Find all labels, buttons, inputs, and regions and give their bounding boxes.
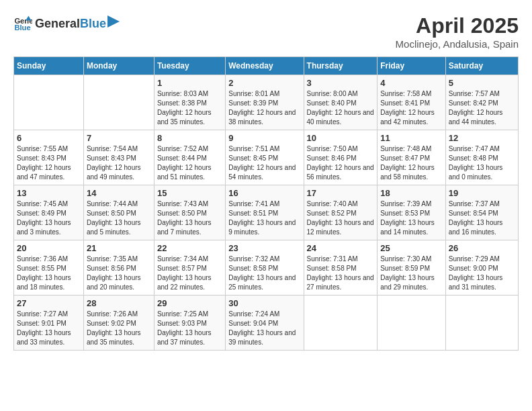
- day-number: 19: [449, 188, 515, 198]
- calendar-cell: 5Sunrise: 7:57 AMSunset: 8:42 PMDaylight…: [445, 75, 518, 130]
- calendar-cell: 17Sunrise: 7:40 AMSunset: 8:52 PMDayligh…: [304, 185, 378, 240]
- calendar-table: SundayMondayTuesdayWednesdayThursdayFrid…: [13, 56, 519, 351]
- calendar-cell: 9Sunrise: 7:51 AMSunset: 8:45 PMDaylight…: [226, 130, 304, 185]
- day-info: Sunrise: 8:00 AMSunset: 8:40 PMDaylight:…: [307, 89, 375, 127]
- calendar-cell: [83, 75, 154, 130]
- calendar-cell: 16Sunrise: 7:41 AMSunset: 8:51 PMDayligh…: [226, 185, 304, 240]
- day-info: Sunrise: 7:58 AMSunset: 8:41 PMDaylight:…: [380, 89, 443, 127]
- day-info: Sunrise: 7:54 AMSunset: 8:43 PMDaylight:…: [87, 144, 151, 182]
- day-info: Sunrise: 7:31 AMSunset: 8:58 PMDaylight:…: [307, 255, 375, 292]
- calendar-cell: 21Sunrise: 7:35 AMSunset: 8:56 PMDayligh…: [83, 240, 154, 295]
- day-info: Sunrise: 7:37 AMSunset: 8:54 PMDaylight:…: [449, 199, 515, 237]
- day-info: Sunrise: 7:52 AMSunset: 8:44 PMDaylight:…: [157, 144, 222, 182]
- calendar-cell: [445, 295, 518, 351]
- day-info: Sunrise: 7:35 AMSunset: 8:56 PMDaylight:…: [87, 255, 151, 292]
- day-info: Sunrise: 7:36 AMSunset: 8:55 PMDaylight:…: [17, 255, 81, 292]
- day-number: 27: [17, 298, 81, 308]
- header-friday: Friday: [378, 57, 446, 75]
- calendar-cell: 12Sunrise: 7:47 AMSunset: 8:48 PMDayligh…: [445, 130, 518, 185]
- day-info: Sunrise: 7:50 AMSunset: 8:46 PMDaylight:…: [307, 144, 375, 182]
- subtitle: Moclinejo, Andalusia, Spain: [396, 38, 519, 50]
- calendar-cell: 29Sunrise: 7:25 AMSunset: 9:03 PMDayligh…: [154, 295, 225, 351]
- calendar-week-row: 27Sunrise: 7:27 AMSunset: 9:01 PMDayligh…: [14, 295, 519, 351]
- day-info: Sunrise: 7:47 AMSunset: 8:48 PMDaylight:…: [449, 144, 515, 182]
- day-number: 22: [157, 243, 222, 253]
- calendar-cell: [304, 295, 378, 351]
- header-saturday: Saturday: [445, 57, 518, 75]
- calendar-cell: 18Sunrise: 7:39 AMSunset: 8:53 PMDayligh…: [378, 185, 446, 240]
- calendar-cell: [14, 75, 84, 130]
- day-number: 28: [87, 298, 151, 308]
- calendar-cell: 14Sunrise: 7:44 AMSunset: 8:50 PMDayligh…: [83, 185, 154, 240]
- day-info: Sunrise: 7:25 AMSunset: 9:03 PMDaylight:…: [157, 310, 222, 347]
- day-info: Sunrise: 7:29 AMSunset: 9:00 PMDaylight:…: [449, 255, 515, 292]
- calendar-cell: [378, 295, 446, 351]
- day-info: Sunrise: 8:03 AMSunset: 8:38 PMDaylight:…: [157, 89, 222, 127]
- day-number: 13: [17, 188, 81, 198]
- day-number: 10: [307, 133, 375, 143]
- day-info: Sunrise: 7:44 AMSunset: 8:50 PMDaylight:…: [87, 199, 151, 237]
- day-info: Sunrise: 7:39 AMSunset: 8:53 PMDaylight:…: [380, 199, 443, 237]
- day-info: Sunrise: 7:48 AMSunset: 8:47 PMDaylight:…: [380, 144, 443, 182]
- day-number: 17: [307, 188, 375, 198]
- calendar-cell: 4Sunrise: 7:58 AMSunset: 8:41 PMDaylight…: [378, 75, 446, 130]
- logo-text-blue: Blue: [80, 17, 106, 31]
- calendar-cell: 23Sunrise: 7:32 AMSunset: 8:58 PMDayligh…: [226, 240, 304, 295]
- calendar-cell: 11Sunrise: 7:48 AMSunset: 8:47 PMDayligh…: [378, 130, 446, 185]
- day-info: Sunrise: 7:27 AMSunset: 9:01 PMDaylight:…: [17, 310, 81, 347]
- calendar-cell: 22Sunrise: 7:34 AMSunset: 8:57 PMDayligh…: [154, 240, 225, 295]
- calendar-cell: 19Sunrise: 7:37 AMSunset: 8:54 PMDayligh…: [445, 185, 518, 240]
- day-info: Sunrise: 7:32 AMSunset: 8:58 PMDaylight:…: [228, 255, 300, 292]
- day-info: Sunrise: 7:40 AMSunset: 8:52 PMDaylight:…: [307, 199, 375, 237]
- calendar-cell: 30Sunrise: 7:24 AMSunset: 9:04 PMDayligh…: [226, 295, 304, 351]
- svg-text:Blue: Blue: [14, 24, 30, 32]
- day-number: 1: [157, 78, 222, 88]
- day-info: Sunrise: 8:01 AMSunset: 8:39 PMDaylight:…: [228, 89, 300, 127]
- day-number: 8: [157, 133, 222, 143]
- day-number: 9: [228, 133, 300, 143]
- day-number: 4: [380, 78, 443, 88]
- day-info: Sunrise: 7:30 AMSunset: 8:59 PMDaylight:…: [380, 255, 443, 292]
- calendar-cell: 1Sunrise: 8:03 AMSunset: 8:38 PMDaylight…: [154, 75, 225, 130]
- logo: General Blue General Blue: [13, 13, 120, 32]
- day-number: 21: [87, 243, 151, 253]
- calendar-cell: 25Sunrise: 7:30 AMSunset: 8:59 PMDayligh…: [378, 240, 446, 295]
- main-title: April 2025: [396, 13, 519, 38]
- day-info: Sunrise: 7:24 AMSunset: 9:04 PMDaylight:…: [228, 310, 300, 347]
- svg-marker-3: [107, 15, 120, 28]
- day-number: 5: [449, 78, 515, 88]
- day-number: 20: [17, 243, 81, 253]
- calendar-cell: 10Sunrise: 7:50 AMSunset: 8:46 PMDayligh…: [304, 130, 378, 185]
- logo-text-general: General: [35, 17, 80, 31]
- day-number: 25: [380, 243, 443, 253]
- day-number: 14: [87, 188, 151, 198]
- header-sunday: Sunday: [14, 57, 84, 75]
- day-number: 24: [307, 243, 375, 253]
- calendar-cell: 8Sunrise: 7:52 AMSunset: 8:44 PMDaylight…: [154, 130, 225, 185]
- calendar-cell: 7Sunrise: 7:54 AMSunset: 8:43 PMDaylight…: [83, 130, 154, 185]
- calendar-cell: 24Sunrise: 7:31 AMSunset: 8:58 PMDayligh…: [304, 240, 378, 295]
- day-number: 7: [87, 133, 151, 143]
- calendar-cell: 28Sunrise: 7:26 AMSunset: 9:02 PMDayligh…: [83, 295, 154, 351]
- calendar-week-row: 13Sunrise: 7:45 AMSunset: 8:49 PMDayligh…: [14, 185, 519, 240]
- title-block: April 2025 Moclinejo, Andalusia, Spain: [396, 13, 519, 50]
- day-number: 2: [228, 78, 300, 88]
- day-number: 18: [380, 188, 443, 198]
- day-number: 6: [17, 133, 81, 143]
- calendar-week-row: 20Sunrise: 7:36 AMSunset: 8:55 PMDayligh…: [14, 240, 519, 295]
- day-number: 3: [307, 78, 375, 88]
- header-thursday: Thursday: [304, 57, 378, 75]
- calendar-cell: 13Sunrise: 7:45 AMSunset: 8:49 PMDayligh…: [14, 185, 84, 240]
- header-wednesday: Wednesday: [226, 57, 304, 75]
- header-monday: Monday: [83, 57, 154, 75]
- day-info: Sunrise: 7:41 AMSunset: 8:51 PMDaylight:…: [228, 199, 300, 237]
- header-tuesday: Tuesday: [154, 57, 225, 75]
- calendar-cell: 26Sunrise: 7:29 AMSunset: 9:00 PMDayligh…: [445, 240, 518, 295]
- day-number: 12: [449, 133, 515, 143]
- day-info: Sunrise: 7:57 AMSunset: 8:42 PMDaylight:…: [449, 89, 515, 127]
- calendar-cell: 2Sunrise: 8:01 AMSunset: 8:39 PMDaylight…: [226, 75, 304, 130]
- day-number: 15: [157, 188, 222, 198]
- day-info: Sunrise: 7:45 AMSunset: 8:49 PMDaylight:…: [17, 199, 81, 237]
- calendar-cell: 3Sunrise: 8:00 AMSunset: 8:40 PMDaylight…: [304, 75, 378, 130]
- day-info: Sunrise: 7:34 AMSunset: 8:57 PMDaylight:…: [157, 255, 222, 292]
